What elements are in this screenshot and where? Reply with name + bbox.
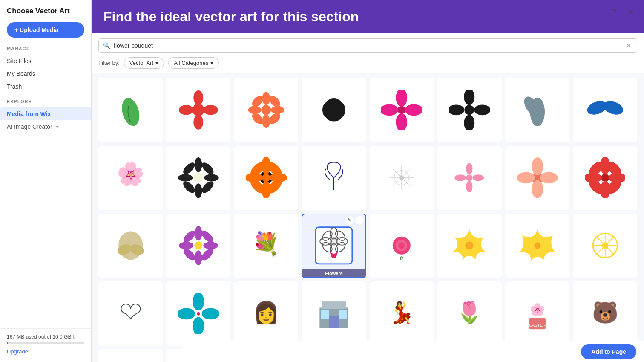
add-to-page-button[interactable]: Add to Page (581, 344, 636, 359)
close-button[interactable]: ✕ (624, 6, 636, 18)
svg-point-35 (195, 157, 202, 172)
edit-icon[interactable]: ✎ (345, 216, 354, 225)
grid-item-21[interactable]: ✿ (370, 214, 434, 278)
grid-item-5[interactable] (370, 78, 434, 142)
svg-point-97 (331, 239, 336, 244)
svg-point-123 (201, 308, 218, 319)
filter-by-label: Filter by: (98, 60, 120, 66)
grid-item-20[interactable]: ✎⋯Flowers (302, 214, 366, 278)
upload-media-button[interactable]: + Upload Media (7, 22, 84, 38)
grid-item-32[interactable]: 🐻 (573, 281, 637, 346)
top-right-actions: ? ✕ (608, 6, 636, 18)
grid-item-3[interactable] (234, 78, 298, 142)
grid-item-2[interactable] (166, 78, 230, 142)
search-clear-button[interactable]: ✕ (624, 41, 632, 50)
grid-item-33[interactable]: 👩‍🌾 (98, 349, 163, 362)
svg-point-1 (192, 104, 204, 116)
grid-item-4[interactable] (302, 78, 366, 142)
svg-point-10 (271, 106, 284, 114)
grid-item-26[interactable] (166, 281, 230, 346)
grid-item-19[interactable]: 💐 (234, 214, 298, 278)
grid-area[interactable]: 🌸💐✎⋯Flowers✿❤👩💃🌷🌸EASTER🐻👩‍🌾🌺🌼🦜🌿 (92, 73, 644, 362)
search-input[interactable] (114, 42, 624, 49)
svg-point-121 (193, 317, 204, 334)
grid-item-30[interactable]: 🌷 (437, 281, 502, 346)
svg-point-3 (193, 115, 203, 129)
svg-point-90 (181, 229, 197, 245)
svg-point-110 (466, 242, 474, 250)
grid-item-18[interactable] (166, 214, 230, 278)
svg-point-0 (119, 96, 142, 128)
svg-rect-129 (329, 316, 339, 328)
sidebar-item-site-files[interactable]: Site Files (0, 55, 91, 67)
filter-row: Filter by: Vector Art ▾ All Categories ▾ (98, 57, 637, 73)
svg-point-7 (262, 92, 270, 105)
grid-item-8[interactable] (573, 78, 637, 142)
svg-point-73 (601, 174, 609, 182)
sidebar-item-ai-image-creator[interactable]: AI Image Creator ✦ (0, 120, 91, 133)
svg-rect-131 (339, 310, 347, 319)
svg-point-86 (195, 226, 202, 240)
sidebar-item-trash[interactable]: Trash (0, 80, 91, 93)
more-icon[interactable]: ⋯ (355, 216, 364, 225)
grid-item-14[interactable] (437, 146, 502, 210)
grid-item-27[interactable]: 👩 (234, 281, 298, 346)
search-row: 🔍 ✕ (98, 38, 637, 53)
svg-text:❤: ❤ (120, 297, 142, 327)
grid-item-16[interactable] (573, 146, 637, 210)
grid-item-28[interactable] (302, 281, 366, 346)
svg-point-91 (199, 247, 215, 263)
grid-item-22[interactable] (437, 214, 502, 278)
image-grid: 🌸💐✎⋯Flowers✿❤👩💃🌷🌸EASTER🐻👩‍🌾🌺🌼🦜🌿 (98, 78, 637, 362)
grid-item-7[interactable] (505, 78, 569, 142)
grid-item-11[interactable] (234, 146, 298, 210)
svg-point-18 (326, 110, 342, 122)
grid-item-29[interactable]: 💃 (370, 281, 434, 346)
grid-item-25[interactable]: ❤ (98, 281, 163, 346)
svg-point-32 (601, 99, 625, 117)
filter-category-button[interactable]: All Categories ▾ (168, 57, 219, 69)
svg-point-120 (193, 293, 204, 310)
grid-item-6[interactable] (437, 78, 502, 142)
explore-section-label: EXPLORE (0, 99, 91, 107)
svg-rect-128 (322, 301, 346, 309)
svg-text:🐻: 🐻 (592, 300, 618, 325)
grid-item-1[interactable] (98, 78, 163, 142)
svg-point-40 (200, 180, 216, 195)
svg-rect-130 (321, 310, 329, 319)
grid-item-13[interactable] (370, 146, 434, 210)
grid-item-23[interactable] (505, 214, 569, 278)
item-overlay: ✎⋯ (345, 216, 364, 225)
svg-point-71 (517, 172, 535, 184)
help-button[interactable]: ? (608, 6, 620, 18)
svg-point-24 (465, 105, 474, 115)
filter-type-button[interactable]: Vector Art ▾ (124, 57, 164, 69)
svg-point-72 (540, 172, 558, 184)
svg-point-69 (532, 157, 543, 175)
sidebar-footer: 167 MB used out of 10.0 GB ℹ Upgrade (0, 328, 91, 362)
grid-item-24[interactable] (573, 214, 637, 278)
search-icon: 🔍 (103, 42, 110, 49)
svg-point-5 (203, 105, 218, 115)
upgrade-link[interactable]: Upgrade (7, 348, 28, 355)
grid-item-15[interactable] (505, 146, 569, 210)
grid-item-10[interactable] (166, 146, 230, 210)
grid-item-9[interactable]: 🌸 (98, 146, 163, 210)
storage-text: 167 MB used out of 10.0 GB ℹ (7, 334, 84, 340)
search-area: 🔍 ✕ Filter by: Vector Art ▾ All Categori… (92, 33, 644, 73)
sidebar-item-my-boards[interactable]: My Boards (0, 67, 91, 80)
grid-item-12[interactable] (302, 146, 366, 210)
svg-point-36 (195, 183, 202, 198)
storage-bar-fill (7, 342, 8, 344)
svg-text:✿: ✿ (400, 256, 404, 261)
grid-item-17[interactable] (98, 214, 163, 278)
svg-point-27 (449, 105, 464, 116)
sidebar-item-media-from-wix[interactable]: Media from Wix (0, 107, 91, 120)
grid-item-31[interactable]: 🌸EASTER (505, 281, 569, 346)
svg-point-21 (396, 113, 408, 130)
svg-point-92 (199, 229, 215, 245)
svg-text:🌸: 🌸 (529, 302, 545, 317)
svg-point-89 (203, 242, 218, 249)
svg-point-20 (396, 90, 408, 107)
sidebar: Choose Vector Art + Upload Media MANAGE … (0, 0, 92, 362)
